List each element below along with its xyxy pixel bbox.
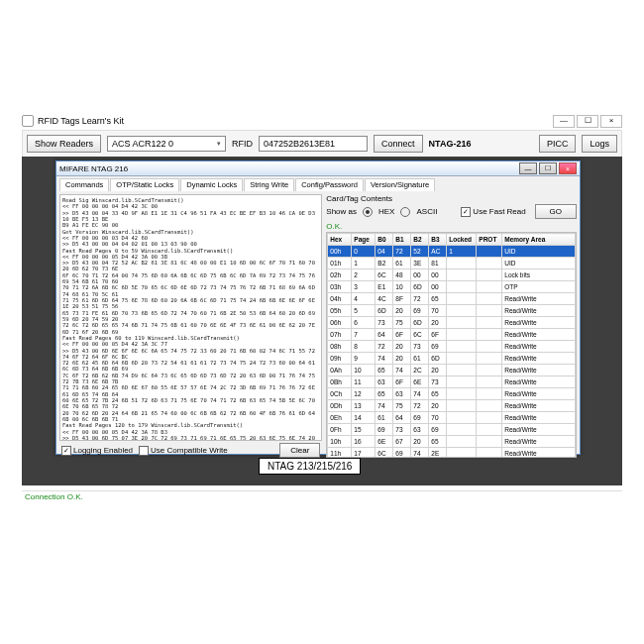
main-title-bar: RFID Tags Learn's Kit — ☐ × [22, 114, 622, 128]
connect-button[interactable]: Connect [374, 135, 423, 153]
tab-string-write[interactable]: String Write [244, 178, 294, 191]
table-row[interactable]: 02h26C480000Lock bits [328, 269, 576, 281]
table-row[interactable]: 0Dh1374757220Read/Write [328, 400, 576, 412]
show-readers-button[interactable]: Show Readers [27, 135, 101, 153]
rfid-input[interactable]: 047252B2613E81 [259, 136, 368, 152]
reader-select[interactable]: ACS ACR122 0 ▾ [107, 136, 226, 152]
table-row[interactable]: 09h97420616DRead/Write [328, 353, 576, 365]
mdi-area: MIFARE NTAG 216 — ☐ × CommandsOTP/Static… [22, 157, 622, 485]
app-icon [22, 115, 34, 127]
tab-otp-static-locks[interactable]: OTP/Static Locks [110, 178, 179, 191]
show-as-label: Show as [326, 207, 357, 216]
tab-version-signature[interactable]: Version/Signature [365, 178, 435, 191]
inner-close-button[interactable]: × [559, 162, 577, 174]
compatible-write-checkbox[interactable]: Use Compatible Write [139, 446, 228, 456]
maximize-button[interactable]: ☐ [577, 115, 598, 128]
tab-config-password[interactable]: Config/Password [295, 178, 364, 191]
memory-grid[interactable]: HexPageB0B1B2B3LockedPROTMemory Area00h0… [326, 232, 577, 458]
ntag-title: MIFARE NTAG 216 [59, 164, 128, 173]
caption-plate: NTAG 213/215/216 [259, 458, 361, 475]
ascii-radio[interactable] [400, 207, 410, 217]
inner-maximize-button[interactable]: ☐ [539, 162, 557, 174]
ntag-title-bar: MIFARE NTAG 216 — ☐ × [56, 161, 580, 176]
ntag-window: MIFARE NTAG 216 — ☐ × CommandsOTP/Static… [55, 161, 581, 455]
window-controls: — ☐ × [553, 115, 622, 128]
table-row[interactable]: 06h673756D20Read/Write [328, 317, 576, 329]
close-button[interactable]: × [600, 115, 622, 128]
table-row[interactable]: 0Bh11636F6E73Read/Write [328, 376, 576, 388]
inner-tab-row: CommandsOTP/Static LocksDynamic LocksStr… [56, 176, 580, 191]
go-button[interactable]: GO [535, 204, 577, 219]
table-row[interactable]: 0Ah1065742C20Read/Write [328, 365, 576, 376]
table-row[interactable]: 05h56D206970Read/Write [328, 305, 576, 317]
logging-enabled-checkbox[interactable]: ✓Logging Enabled [61, 446, 133, 456]
chevron-down-icon: ▾ [217, 140, 221, 148]
table-row[interactable]: 0Eh1461646970Read/Write [328, 412, 576, 424]
logs-button[interactable]: Logs [582, 135, 617, 153]
tab-commands[interactable]: Commands [59, 178, 109, 191]
table-row[interactable]: 08h872207369Read/Write [328, 341, 576, 353]
table-row[interactable]: 0Fh1569736369Read/Write [328, 424, 576, 436]
rfid-label: RFID [232, 139, 253, 149]
inner-minimize-button[interactable]: — [519, 162, 537, 174]
table-row[interactable]: 04h44C8F7265Read/Write [328, 293, 576, 305]
log-output[interactable]: Read Sig Winscard.lib.SCardTransmit() <<… [59, 194, 322, 441]
table-row[interactable]: 11h176C69742ERead/Write [328, 448, 576, 459]
table-row[interactable]: 07h7646F6C6FRead/Write [328, 329, 576, 341]
picc-button[interactable]: PICC [539, 135, 577, 153]
col-page[interactable]: Page [352, 234, 376, 246]
table-row[interactable]: 10h166E672065Read/Write [328, 436, 576, 448]
minimize-button[interactable]: — [553, 115, 575, 128]
table-row[interactable]: 01h1B2613E81UID [328, 258, 576, 269]
hex-radio[interactable] [363, 207, 373, 217]
col-b-[interactable]: B2 [411, 234, 429, 246]
table-row[interactable]: 0Ch1265637465Read/Write [328, 388, 576, 400]
col-prot[interactable]: PROT [477, 234, 502, 246]
col-b-[interactable]: B1 [393, 234, 411, 246]
col-locked[interactable]: Locked [447, 234, 477, 246]
col-b-[interactable]: B3 [429, 234, 447, 246]
tag-type-label: NTAG-216 [429, 139, 472, 149]
table-row[interactable]: 00h0047252AC1UID [328, 246, 576, 258]
ok-label: O.K. [326, 222, 577, 231]
main-toolbar: Show Readers ACS ACR122 0 ▾ RFID 047252B… [22, 130, 622, 158]
tab-dynamic-locks[interactable]: Dynamic Locks [180, 178, 243, 191]
status-bar: Connection O.K. [22, 490, 622, 506]
reader-select-value: ACS ACR122 0 [112, 139, 173, 149]
col-memory-area[interactable]: Memory Area [502, 234, 576, 246]
clear-button[interactable]: Clear [279, 443, 320, 458]
col-b-[interactable]: B0 [376, 234, 393, 246]
col-hex[interactable]: Hex [328, 234, 352, 246]
contents-title: Card/Tag Contents [326, 194, 577, 203]
use-fast-read-checkbox[interactable]: ✓Use Fast Read [461, 207, 525, 217]
table-row[interactable]: 03h3E1106D00OTP [328, 281, 576, 293]
app-title: RFID Tags Learn's Kit [38, 116, 124, 126]
